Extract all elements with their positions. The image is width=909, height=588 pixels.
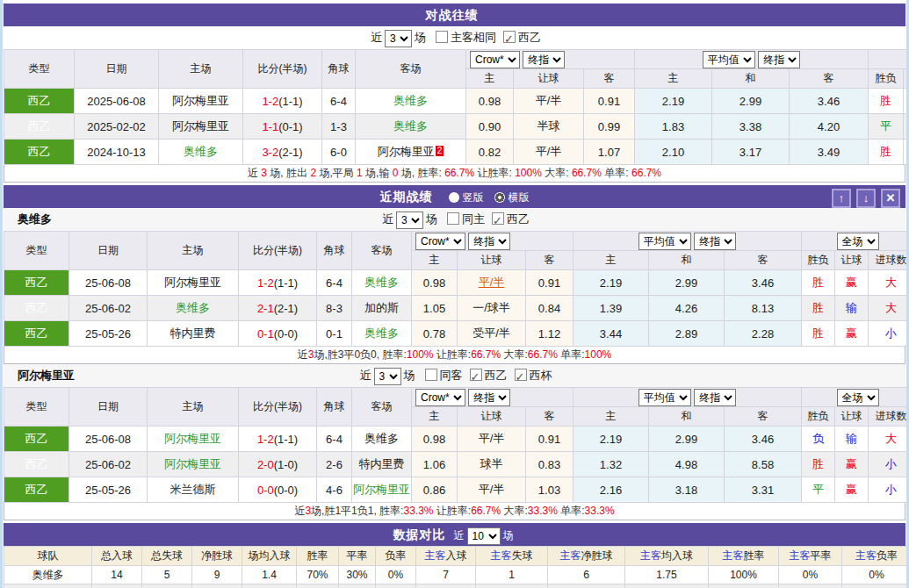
handicap-result-cell: 赢 (835, 477, 869, 503)
home-team-cell: 阿尔梅里亚 (159, 89, 243, 114)
goals-cell: 大 (869, 427, 909, 452)
col-odds-home: 主 (466, 69, 514, 89)
result-cell: 负 (802, 427, 835, 452)
games-label: 场 (404, 369, 415, 382)
avg-draw-cell: 4.98 (649, 452, 725, 477)
filter-checkbox[interactable]: 主客相同 (436, 31, 496, 44)
odds-final-select[interactable]: 终指 (468, 389, 510, 406)
column-header: 主客负率 (842, 547, 909, 566)
scope-select[interactable]: 全场 (837, 233, 879, 250)
avg-source-select[interactable]: 平均值 (638, 389, 691, 406)
near-count-select[interactable]: 3 (374, 368, 401, 385)
stat-cell: 100% (709, 566, 779, 584)
avg-final-select[interactable]: 终指 (694, 233, 736, 250)
col-avg-home: 主 (574, 251, 649, 270)
avg-source-select[interactable]: 平均值 (703, 51, 755, 68)
header-label: 胜率 (744, 549, 765, 562)
avg-away-cell: 3.49 (790, 140, 869, 165)
summary-text: 100% (407, 348, 434, 361)
odds-source-select[interactable]: Crow* (415, 389, 465, 406)
summary-text: 66.7% (528, 348, 558, 361)
col-avg-away: 客 (725, 407, 802, 427)
away-team-cell: 加的斯 (352, 296, 412, 321)
odds-source-select[interactable]: Crow* (470, 51, 520, 68)
checkbox-label: 西乙 (485, 369, 508, 382)
date-cell: 25-06-08 (69, 270, 148, 296)
avg-away-cell: 8.58 (725, 452, 802, 477)
close-button[interactable]: ✕ (881, 189, 900, 208)
checkbox-box (503, 31, 516, 43)
away-team-name: 阿尔梅里亚 (378, 145, 435, 158)
goals-cell: 小 (869, 452, 909, 477)
team-name-oviedo: 奥维多 (18, 208, 52, 231)
col-odds-handicap: 让球 (458, 407, 526, 427)
col-score: 比分(半场) (243, 50, 322, 89)
filter-checkbox[interactable]: 同主 (447, 212, 485, 226)
col-goals: 进球数 (869, 407, 909, 427)
col-away: 客场 (356, 50, 466, 89)
avg-draw-cell: 2.89 (649, 321, 725, 347)
odds-home-cell: 0.90 (466, 114, 514, 140)
half-score: (2-1) (274, 302, 298, 315)
layout-radio-horizontal[interactable]: 横版 (494, 191, 530, 204)
odds-away-cell: 1.03 (526, 477, 574, 503)
summary-text: 33.3% (403, 505, 433, 517)
team-cell: 奥维多 (4, 566, 92, 584)
avg-final-select[interactable]: 终指 (758, 51, 800, 68)
col-home: 主场 (159, 50, 243, 89)
odds-home-cell: 0.86 (412, 477, 458, 503)
rank-badge: 2 (436, 146, 444, 156)
radio-label: 横版 (509, 191, 530, 204)
head2head-section: 对战往绩 近3场主客相同西乙 类型 日期 主场 比分(半场) 角球 客场 (4, 4, 905, 183)
checkbox-box (425, 369, 437, 381)
filter-checkbox[interactable]: 西杯 (515, 369, 552, 382)
stat-cell: 50% (297, 584, 339, 588)
col-odds-away: 客 (584, 69, 635, 89)
summary-text: 66.7% (572, 167, 602, 179)
move-down-button[interactable]: ↓ (856, 189, 876, 208)
odds-source-select[interactable]: Crow* (415, 233, 465, 250)
filter-checkbox[interactable]: 西乙 (492, 212, 530, 226)
header-label: 入球 (446, 549, 467, 562)
col-result: 胜负 (802, 407, 835, 427)
filter-checkbox[interactable]: 同客 (425, 369, 463, 382)
filter-checkbox[interactable]: 西乙 (503, 31, 541, 44)
full-score: 0-1 (257, 327, 274, 341)
col-type: 类型 (4, 388, 69, 427)
avg-final-select[interactable]: 终指 (694, 389, 736, 406)
corner-cell: 2-6 (317, 452, 352, 477)
near-count-select[interactable]: 3 (385, 30, 412, 47)
away-team-name: 阿尔梅里亚 (353, 483, 410, 496)
handicap-result-cell: 赢 (835, 452, 869, 477)
odds-away-cell: 0.99 (584, 114, 635, 140)
header-prefix: 主客 (790, 549, 811, 562)
col-avg-draw: 和 (649, 407, 725, 427)
games-label: 场 (426, 212, 437, 226)
column-header: 主客平率 (779, 547, 842, 566)
checkbox-label: 西乙 (507, 212, 530, 226)
column-header: 主客均入球 (625, 547, 709, 566)
odds-away-cell: 0.91 (584, 89, 635, 114)
odds-handicap-cell[interactable]: 平/半 (458, 270, 526, 296)
odds-home-cell: 0.82 (466, 140, 514, 165)
layout-radio-vertical[interactable]: 竖版 (449, 191, 484, 204)
home-team-cell: 阿尔梅里亚 (148, 427, 239, 452)
col-avg-home: 主 (574, 407, 649, 427)
odds-final-select[interactable]: 终指 (523, 51, 565, 68)
odds-final-select[interactable]: 终指 (468, 233, 510, 250)
avg-home-cell: 1.83 (635, 114, 712, 140)
odds-group-header: Crow* 终指 (466, 50, 635, 69)
near-count-select[interactable]: 3 (396, 212, 423, 229)
col-handicap-result: 让球 (835, 407, 869, 427)
stat-cell: 17 (92, 584, 142, 588)
date-cell: 2025-02-02 (75, 114, 159, 140)
avg-source-select[interactable]: 平均值 (638, 233, 691, 250)
filter-checkbox[interactable]: 西乙 (470, 369, 508, 382)
near-label: 近 (371, 31, 382, 44)
scope-select[interactable]: 全场 (837, 389, 879, 406)
move-up-button[interactable]: ↑ (832, 189, 851, 208)
score-cell: 0-0(0-0) (239, 477, 317, 503)
compare-count-select[interactable]: 10 (467, 527, 501, 545)
checkbox-label: 同主 (462, 212, 485, 226)
radio-label: 竖版 (463, 191, 484, 204)
